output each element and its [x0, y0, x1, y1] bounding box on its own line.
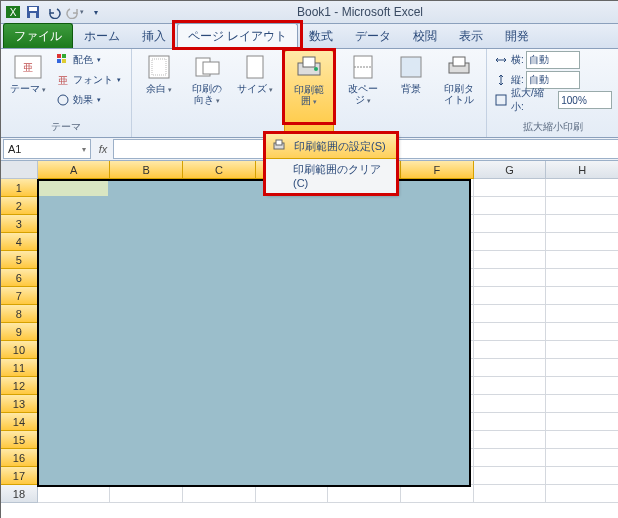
cell[interactable] — [38, 485, 111, 503]
row-header[interactable]: 15 — [1, 431, 38, 449]
print-titles-button[interactable]: 印刷タイトル — [438, 51, 480, 107]
background-button[interactable]: 背景 — [390, 51, 432, 96]
cell[interactable] — [183, 485, 256, 503]
col-header[interactable]: B — [110, 161, 183, 179]
menu-clear-print-area[interactable]: 印刷範囲のクリア(C) — [266, 158, 396, 193]
print-area-button[interactable]: 印刷範囲 — [284, 50, 334, 136]
tab-data[interactable]: データ — [344, 23, 402, 48]
cell[interactable] — [110, 485, 183, 503]
cell[interactable] — [474, 215, 547, 233]
col-header[interactable]: H — [546, 161, 618, 179]
cell[interactable] — [546, 305, 618, 323]
col-header[interactable]: F — [401, 161, 474, 179]
undo-icon[interactable] — [45, 3, 63, 21]
worksheet-grid[interactable]: ABCDEFGH 123456789101112131415161718 — [1, 161, 618, 518]
cell[interactable] — [474, 449, 547, 467]
effects-button[interactable]: 効果▾ — [55, 91, 121, 109]
cell[interactable] — [474, 413, 547, 431]
redo-icon[interactable] — [66, 3, 84, 21]
tab-file[interactable]: ファイル — [3, 23, 73, 48]
cell[interactable] — [546, 413, 618, 431]
cell[interactable] — [474, 197, 547, 215]
tab-page-layout[interactable]: ページ レイアウト — [177, 23, 298, 48]
cell[interactable] — [474, 323, 547, 341]
tab-insert[interactable]: 挿入 — [131, 23, 177, 48]
cell[interactable] — [474, 485, 547, 503]
cell[interactable] — [546, 449, 618, 467]
tab-home[interactable]: ホーム — [73, 23, 131, 48]
cell[interactable] — [474, 233, 547, 251]
row-header[interactable]: 1 — [1, 179, 38, 197]
cell[interactable] — [474, 251, 547, 269]
cell[interactable] — [474, 431, 547, 449]
tab-view[interactable]: 表示 — [448, 23, 494, 48]
cell[interactable] — [256, 485, 329, 503]
col-header[interactable]: A — [38, 161, 111, 179]
cell[interactable] — [474, 377, 547, 395]
col-header[interactable]: C — [183, 161, 256, 179]
col-header[interactable]: G — [474, 161, 547, 179]
select-all-corner[interactable] — [1, 161, 38, 179]
save-icon[interactable] — [24, 3, 42, 21]
row-header[interactable]: 2 — [1, 197, 38, 215]
cell[interactable] — [474, 467, 547, 485]
scale-percent-input[interactable]: 100% — [558, 91, 612, 109]
fonts-button[interactable]: 亜フォント▾ — [55, 71, 121, 89]
qat-customize-icon[interactable]: ▾ — [87, 3, 105, 21]
row-header[interactable]: 18 — [1, 485, 38, 503]
cell[interactable] — [401, 485, 474, 503]
row-header[interactable]: 9 — [1, 323, 38, 341]
scale-width-input[interactable]: 自動 — [526, 51, 580, 69]
cell[interactable] — [546, 431, 618, 449]
cell[interactable] — [546, 215, 618, 233]
cell[interactable] — [546, 377, 618, 395]
row-header[interactable]: 7 — [1, 287, 38, 305]
orientation-button[interactable]: 印刷の向き — [186, 51, 228, 108]
row-header[interactable]: 13 — [1, 395, 38, 413]
scale-icon — [493, 92, 509, 108]
cell[interactable] — [546, 233, 618, 251]
cell[interactable] — [328, 485, 401, 503]
row-header[interactable]: 11 — [1, 359, 38, 377]
cell[interactable] — [474, 305, 547, 323]
cell[interactable] — [474, 179, 547, 197]
cell[interactable] — [546, 323, 618, 341]
cell[interactable] — [546, 485, 618, 503]
themes-button[interactable]: 亜 テーマ — [7, 51, 49, 97]
cell[interactable] — [546, 395, 618, 413]
cell[interactable] — [474, 395, 547, 413]
cell[interactable] — [474, 269, 547, 287]
cell[interactable] — [474, 341, 547, 359]
row-header[interactable]: 17 — [1, 467, 38, 485]
cell[interactable] — [474, 359, 547, 377]
cell[interactable] — [546, 179, 618, 197]
cell[interactable] — [546, 251, 618, 269]
tab-formulas[interactable]: 数式 — [298, 23, 344, 48]
colors-button[interactable]: 配色▾ — [55, 51, 121, 69]
cell[interactable] — [546, 341, 618, 359]
menu-set-print-area[interactable]: 印刷範囲の設定(S) — [265, 133, 397, 159]
margins-button[interactable]: 余白 — [138, 51, 180, 97]
quick-access-toolbar: X ▾ — [5, 3, 105, 21]
cell[interactable] — [546, 467, 618, 485]
cell[interactable] — [546, 197, 618, 215]
row-header[interactable]: 5 — [1, 251, 38, 269]
row-header[interactable]: 3 — [1, 215, 38, 233]
cell[interactable] — [546, 287, 618, 305]
cell[interactable] — [546, 359, 618, 377]
cell[interactable] — [546, 269, 618, 287]
row-header[interactable]: 16 — [1, 449, 38, 467]
cell[interactable] — [474, 287, 547, 305]
row-header[interactable]: 8 — [1, 305, 38, 323]
row-header[interactable]: 14 — [1, 413, 38, 431]
name-box[interactable]: A1▾ — [3, 139, 91, 159]
breaks-button[interactable]: 改ページ — [342, 51, 384, 108]
row-header[interactable]: 12 — [1, 377, 38, 395]
row-header[interactable]: 10 — [1, 341, 38, 359]
tab-review[interactable]: 校閲 — [402, 23, 448, 48]
row-header[interactable]: 4 — [1, 233, 38, 251]
fx-icon[interactable]: fx — [93, 143, 113, 155]
tab-developer[interactable]: 開発 — [494, 23, 540, 48]
size-button[interactable]: サイズ — [234, 51, 276, 97]
row-header[interactable]: 6 — [1, 269, 38, 287]
